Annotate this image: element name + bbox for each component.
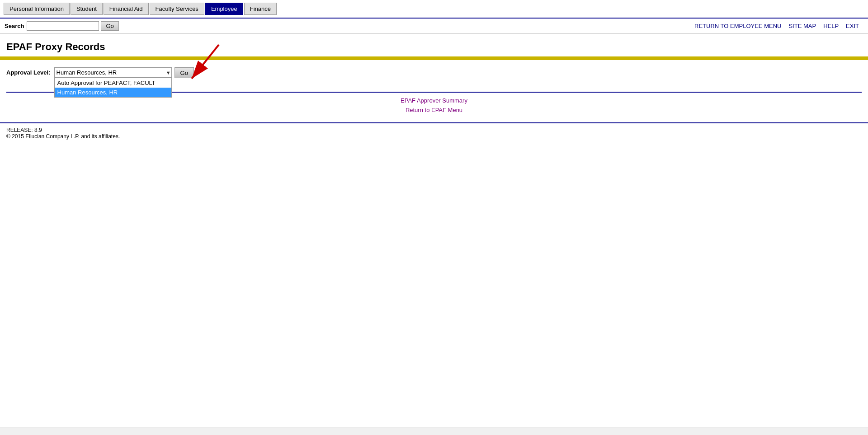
approval-level-row: Approval Level: Auto Approval for PEAFAC… (6, 67, 862, 78)
footer: RELEASE: 8.9 © 2015 Ellucian Company L.P… (0, 122, 868, 143)
search-bar: Search Go RETURN TO EMPLOYEE MENUSITE MA… (0, 19, 868, 34)
approval-level-label: Approval Level: (6, 67, 51, 76)
header-link-exit[interactable]: EXIT (846, 23, 859, 29)
approval-dropdown-list: Auto Approval for PEAFACT, FACULTHuman R… (54, 78, 172, 98)
approval-level-select[interactable]: Auto Approval for PEAFACT, FACULTHuman R… (54, 67, 172, 78)
gold-divider (0, 56, 868, 60)
page-title: EPAF Proxy Records (6, 41, 862, 53)
nav-tab-faculty-services[interactable]: Faculty Services (150, 3, 204, 15)
dropdown-item[interactable]: Auto Approval for PEAFACT, FACULT (55, 78, 171, 88)
page-title-area: EPAF Proxy Records (0, 34, 868, 56)
search-input[interactable] (27, 21, 99, 31)
main-content: Approval Level: Auto Approval for PEAFAC… (0, 67, 868, 113)
svg-line-1 (192, 45, 219, 79)
nav-tab-employee[interactable]: Employee (205, 3, 243, 15)
dropdown-item[interactable]: Human Resources, HR (55, 88, 171, 97)
header-nav-links: RETURN TO EMPLOYEE MENUSITE MAPHELPEXIT (694, 23, 859, 29)
top-navigation: Personal InformationStudentFinancial Aid… (0, 0, 868, 19)
nav-tab-personal-information[interactable]: Personal Information (4, 3, 70, 15)
red-arrow-annotation (178, 40, 232, 94)
nav-tab-financial-aid[interactable]: Financial Aid (104, 3, 149, 15)
header-link-help[interactable]: HELP (823, 23, 839, 29)
footer-release: RELEASE: 8.9 (6, 127, 862, 133)
header-link-site-map[interactable]: SITE MAP (788, 23, 816, 29)
search-label: Search (5, 23, 24, 29)
link-epaf-approver-summary[interactable]: EPAF Approver Summary (6, 97, 862, 104)
nav-tab-finance[interactable]: Finance (244, 3, 277, 15)
nav-tab-student[interactable]: Student (71, 3, 103, 15)
search-go-button[interactable]: Go (101, 21, 118, 31)
approval-select-wrapper: Auto Approval for PEAFACT, FACULTHuman R… (54, 67, 172, 78)
header-link-return-to-employee-menu[interactable]: RETURN TO EMPLOYEE MENU (694, 23, 781, 29)
link-return-to-epaf-menu[interactable]: Return to EPAF Menu (6, 107, 862, 113)
footer-copyright: © 2015 Ellucian Company L.P. and its aff… (6, 133, 862, 140)
